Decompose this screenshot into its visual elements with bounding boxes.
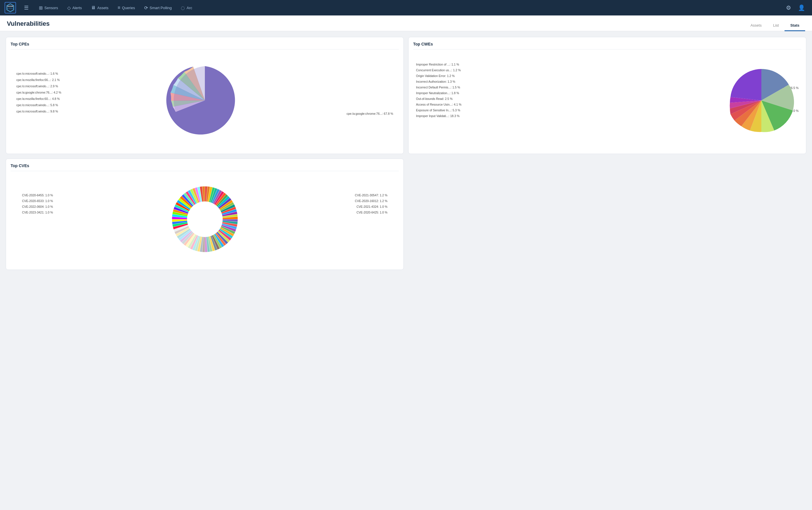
cwe-label-7: Incorrect Default Permis...: 1.5 % (416, 86, 460, 89)
cve-label-l1: CVE-2020-6533: 1.0 % (22, 199, 53, 203)
settings-button[interactable]: ⚙ (784, 3, 793, 12)
nav-item-alerts[interactable]: ◇ Alerts (64, 3, 85, 12)
cve-label-r0: CVE-2021-30547: 1.2 % (355, 194, 387, 197)
top-cves-title: Top CVEs (10, 163, 399, 171)
cve-label-r3: CVE-2020-6425: 1.0 % (356, 210, 387, 214)
cpe-label-0: cpe:/a:google:chrome:76...: 67.8 % (347, 112, 393, 115)
cve-label-l0: CVE-2020-6455: 1.0 % (22, 194, 53, 197)
logo: NOZOMI NETWORKS (5, 2, 16, 13)
cpe-label-7: cpe:/o:microsoft:windo...: 1.6 % (16, 72, 58, 75)
tabs: Assets List Stats (745, 20, 805, 31)
svg-point-3 (188, 202, 222, 236)
sensors-icon: ⊞ (39, 5, 42, 10)
queries-icon: ≡ (118, 5, 120, 10)
cve-label-r1: CVE-2020-16012: 1.2 % (355, 199, 387, 203)
cve-label-l3: CVE-2023-3421: 1.0 % (22, 210, 53, 214)
cwe-label-5: Out-of-bounds Read: 2.5 % (416, 97, 453, 101)
arc-icon: ◌ (181, 5, 185, 10)
top-cpes-title: Top CPEs (10, 42, 399, 50)
top-cpes-chart: cpe:/o:microsoft:windo...: 1.6 % cpe:/a:… (10, 52, 399, 149)
cwe-label-10: Concurrent Execution us...: 1.2 % (416, 68, 461, 72)
cpe-label-2: cpe:/o:microsoft:windo...: 5.8 % (16, 103, 58, 107)
nav-item-assets[interactable]: 🖥 Assets (88, 3, 112, 12)
cpe-label-1: cpe:/o:microsoft:windo...: 9.8 % (16, 110, 58, 113)
nav-item-queries[interactable]: ≡ Queries (114, 3, 139, 12)
top-cpes-card: Top CPEs cpe:/o:microsoft:windo...: 1.6 … (6, 37, 404, 154)
top-cwes-card: Top CWEs Improper Restriction of ...: 1.… (408, 37, 806, 154)
cwe-label-6: Improper Neutralization...: 1.8 % (416, 91, 459, 95)
cwe-label-3: Exposure of Sensitive In...: 5.3 % (416, 109, 460, 112)
nav-right: ⚙ 👤 (784, 3, 807, 12)
nav-item-sensors[interactable]: ⊞ Sensors (35, 3, 61, 12)
cwe-label-4: Access of Resource Usin...: 4.1 % (416, 103, 462, 106)
smart-polling-icon: ⟳ (144, 5, 148, 10)
navbar: NOZOMI NETWORKS ☰ ⊞ Sensors ◇ Alerts 🖥 A… (0, 0, 812, 16)
cve-label-r2: CVE-2021-4324: 1.0 % (356, 205, 387, 208)
top-cves-chart: CVE-2020-6455: 1.0 % CVE-2020-6533: 1.0 … (10, 173, 399, 265)
user-button[interactable]: 👤 (796, 3, 807, 12)
alerts-icon: ◇ (67, 5, 71, 10)
top-cwes-chart: Improper Restriction of ...: 1.1 % Concu… (413, 52, 802, 149)
cpe-label-6: cpe:/a:mozilla:firefox:66...: 2.1 % (16, 78, 60, 82)
cwe-label-9: Origin Validation Error: 1.2 % (416, 74, 455, 78)
page-title: Vulnerabilities (7, 20, 50, 31)
main-content: Top CPEs cpe:/o:microsoft:windo...: 1.6 … (0, 31, 812, 276)
cve-label-l2: CVE-2022-0604: 1.0 % (22, 205, 53, 208)
assets-icon: 🖥 (91, 5, 95, 10)
nav-item-smart-polling[interactable]: ⟳ Smart Polling (141, 3, 175, 12)
svg-text:NOZOMI: NOZOMI (7, 5, 13, 7)
tab-list[interactable]: List (767, 20, 785, 31)
tab-assets[interactable]: Assets (745, 20, 767, 31)
hamburger-button[interactable]: ☰ (22, 3, 31, 12)
top-cwes-title: Top CWEs (413, 42, 802, 50)
cwe-label-8: Incorrect Authorization: 1.3 % (416, 80, 455, 83)
cpe-label-4: cpe:/a:google:chrome:76...: 4.2 % (16, 91, 61, 94)
tab-stats[interactable]: Stats (785, 20, 805, 31)
cpe-label-3: cpe:/a:mozilla:firefox:60...: 4.8 % (16, 97, 60, 101)
top-cves-card: Top CVEs CVE-2020-6455: 1.0 % CVE-2020-6… (6, 159, 404, 270)
cpe-label-5: cpe:/o:microsoft:windo...: 2.9 % (16, 84, 58, 88)
svg-text:NETWORKS: NETWORKS (7, 8, 13, 9)
nav-item-arc[interactable]: ◌ Arc (177, 3, 196, 12)
cwe-label-11: Improper Restriction of ...: 1.1 % (416, 63, 459, 66)
page-header: Vulnerabilities Assets List Stats (0, 16, 812, 31)
logo-box: NOZOMI NETWORKS (5, 2, 16, 13)
cwe-label-2: Improper Input Validati...: 18.3 % (416, 114, 460, 118)
